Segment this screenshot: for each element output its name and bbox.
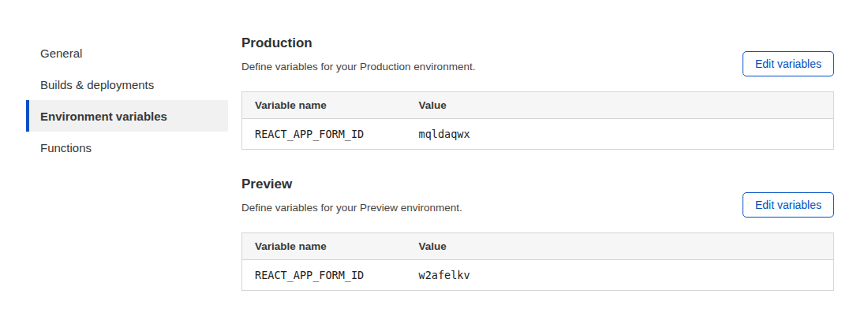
- production-section: Production Define variables for your Pro…: [241, 35, 834, 150]
- variable-value-cell: w2afelkv: [406, 260, 834, 291]
- variable-value-cell: mqldaqwx: [406, 119, 834, 150]
- production-section-title: Production: [241, 35, 834, 52]
- sidebar-item-functions[interactable]: Functions: [26, 132, 228, 163]
- production-variables-table: Variable name Value REACT_APP_FORM_ID mq…: [241, 91, 834, 150]
- sidebar-item-general[interactable]: General: [26, 37, 228, 69]
- main-content: Production Define variables for your Pro…: [241, 35, 834, 291]
- table-header-row: Variable name Value: [242, 92, 834, 119]
- table-row: REACT_APP_FORM_ID mqldaqwx: [242, 119, 834, 150]
- column-header-variable-name: Variable name: [242, 92, 406, 119]
- column-header-value: Value: [406, 233, 834, 260]
- variable-name-cell: REACT_APP_FORM_ID: [242, 119, 406, 150]
- sidebar-item-builds-deployments[interactable]: Builds & deployments: [26, 69, 228, 100]
- preview-variables-table: Variable name Value REACT_APP_FORM_ID w2…: [241, 232, 834, 291]
- variable-name-cell: REACT_APP_FORM_ID: [242, 260, 406, 291]
- preview-section: Preview Define variables for your Previe…: [241, 176, 834, 291]
- environment-variables-settings-page: General Builds & deployments Environment…: [0, 0, 868, 331]
- preview-section-title: Preview: [241, 176, 834, 193]
- column-header-variable-name: Variable name: [242, 233, 406, 260]
- settings-sidebar: General Builds & deployments Environment…: [26, 37, 228, 163]
- column-header-value: Value: [406, 92, 834, 119]
- table-row: REACT_APP_FORM_ID w2afelkv: [242, 260, 834, 291]
- sidebar-item-environment-variables[interactable]: Environment variables: [26, 100, 228, 132]
- preview-edit-variables-button[interactable]: Edit variables: [743, 192, 834, 218]
- table-header-row: Variable name Value: [242, 233, 834, 260]
- production-edit-variables-button[interactable]: Edit variables: [743, 51, 834, 76]
